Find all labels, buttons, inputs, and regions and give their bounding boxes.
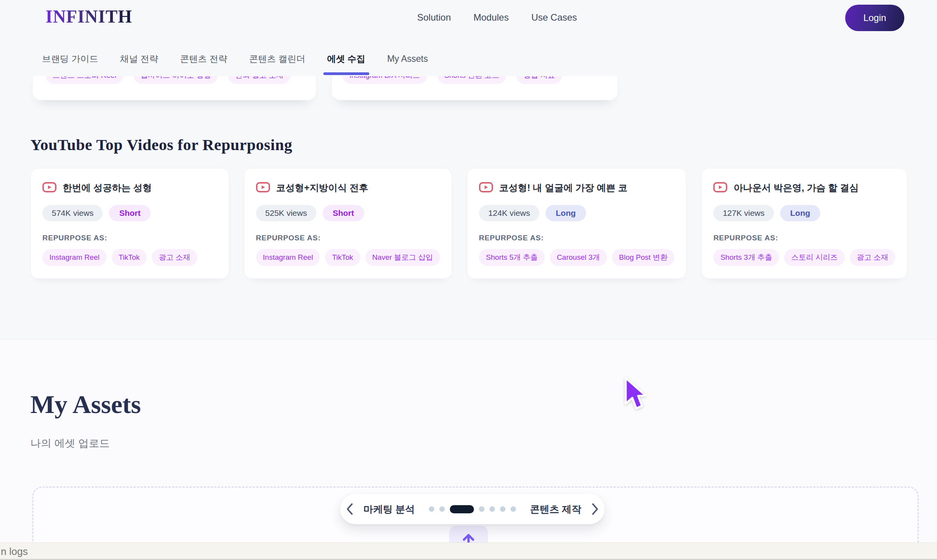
video-card[interactable]: 코성형+지방이식 전후 525K views Short REPURPOSE A… <box>244 168 452 279</box>
views-badge: 124K views <box>479 205 539 221</box>
status-bar: n logs <box>0 542 937 560</box>
views-badge: 574K views <box>42 205 103 221</box>
views-badge: 127K views <box>713 205 774 221</box>
youtube-icon <box>713 182 727 194</box>
status-bar-text[interactable]: n logs <box>1 546 28 558</box>
video-type-badge: Long <box>780 205 820 221</box>
repurpose-as-label: REPURPOSE AS: <box>713 234 895 242</box>
video-title: 한번에 성공하는 성형 <box>63 182 152 194</box>
repurpose-tag[interactable]: 광고 소재 <box>850 249 895 266</box>
repurpose-tag[interactable]: TikTok <box>112 249 147 266</box>
main-nav: Solution Modules Use Cases <box>417 12 577 23</box>
repurpose-tag[interactable]: TikTok <box>325 249 360 266</box>
tab-content-strategy[interactable]: 콘텐츠 전략 <box>180 51 227 67</box>
tab-my-assets[interactable]: My Assets <box>387 51 428 67</box>
video-card-grid: 한번에 성공하는 성형 574K views Short REPURPOSE A… <box>30 168 907 279</box>
video-type-badge: Short <box>109 205 151 221</box>
carousel-dot[interactable] <box>429 506 434 512</box>
repurpose-tag[interactable]: Naver 블로그 삽입 <box>365 249 440 266</box>
nav-item-solution[interactable]: Solution <box>417 12 451 23</box>
video-title: 아나운서 박은영, 가슴 할 결심 <box>733 182 858 194</box>
section-title-youtube-repurposing: YouTube Top Videos for Repurposing <box>30 135 292 154</box>
tab-asset-collection[interactable]: 에셋 수집 <box>327 51 365 67</box>
carousel-dot[interactable] <box>439 506 445 512</box>
carousel-prev-label[interactable]: 마케팅 분석 <box>363 503 415 516</box>
video-title: 코성형! 내 얼굴에 가장 예쁜 코 <box>499 182 627 194</box>
tab-bar: 브랜딩 가이드 채널 전략 콘텐츠 전략 콘텐츠 캘린더 에셋 수집 My As… <box>42 51 428 67</box>
repurpose-tag[interactable]: Carousel 3개 <box>550 249 607 266</box>
youtube-icon <box>479 182 493 194</box>
logo[interactable]: INFINITH <box>46 6 132 27</box>
repurpose-tag[interactable]: Instagram Reel <box>42 249 107 266</box>
nav-item-use-cases[interactable]: Use Cases <box>531 12 577 23</box>
repurpose-as-label: REPURPOSE AS: <box>42 234 217 242</box>
header: INFINITH Solution Modules Use Cases Logi… <box>0 0 937 76</box>
carousel-dot[interactable] <box>490 506 495 512</box>
repurpose-as-label: REPURPOSE AS: <box>256 234 440 242</box>
video-card[interactable]: 한번에 성공하는 성형 574K views Short REPURPOSE A… <box>30 168 229 279</box>
my-assets-title: My Assets <box>30 390 141 419</box>
carousel-dot-active[interactable] <box>450 505 474 513</box>
repurpose-tag[interactable]: Instagram Reel <box>256 249 320 266</box>
chevron-right-icon[interactable] <box>591 503 599 515</box>
youtube-icon <box>42 182 56 194</box>
tab-channel-strategy[interactable]: 채널 전략 <box>120 51 158 67</box>
video-card[interactable]: 코성형! 내 얼굴에 가장 예쁜 코 124K views Long REPUR… <box>467 168 687 279</box>
carousel-dot[interactable] <box>479 506 484 512</box>
repurpose-tag[interactable]: 스토리 시리즈 <box>784 249 844 266</box>
views-badge: 525K views <box>256 205 316 221</box>
youtube-icon <box>256 182 270 194</box>
tab-branding-guide[interactable]: 브랜딩 가이드 <box>42 51 98 67</box>
carousel-dot[interactable] <box>511 506 516 512</box>
repurpose-tag[interactable]: Shorts 5개 추출 <box>479 249 545 266</box>
video-type-badge: Short <box>323 205 364 221</box>
my-assets-subtitle: 나의 에셋 업로드 <box>30 436 110 450</box>
repurpose-as-label: REPURPOSE AS: <box>479 234 675 242</box>
login-button[interactable]: Login <box>845 5 904 31</box>
module-carousel: 마케팅 분석 콘텐츠 제작 <box>340 494 605 524</box>
carousel-dot[interactable] <box>500 506 505 512</box>
video-title: 코성형+지방이식 전후 <box>276 182 368 194</box>
repurpose-tag[interactable]: 광고 소재 <box>152 249 197 266</box>
carousel-dots[interactable] <box>429 505 516 513</box>
carousel-next-label[interactable]: 콘텐츠 제작 <box>530 503 581 516</box>
chevron-left-icon[interactable] <box>346 503 353 515</box>
video-card[interactable]: 아나운서 박은영, 가슴 할 결심 127K views Long REPURP… <box>701 168 907 279</box>
repurpose-tag[interactable]: Blog Post 변환 <box>612 249 675 266</box>
tab-content-calendar[interactable]: 콘텐츠 캘린더 <box>249 51 305 67</box>
page: 브랜드 스토리 Reel 웹사이트 히어로 영상 신뢰 광고 소재 Instag… <box>0 0 937 560</box>
video-type-badge: Long <box>546 205 586 221</box>
repurpose-tag[interactable]: Shorts 3개 추출 <box>713 249 779 266</box>
nav-item-modules[interactable]: Modules <box>474 12 509 23</box>
